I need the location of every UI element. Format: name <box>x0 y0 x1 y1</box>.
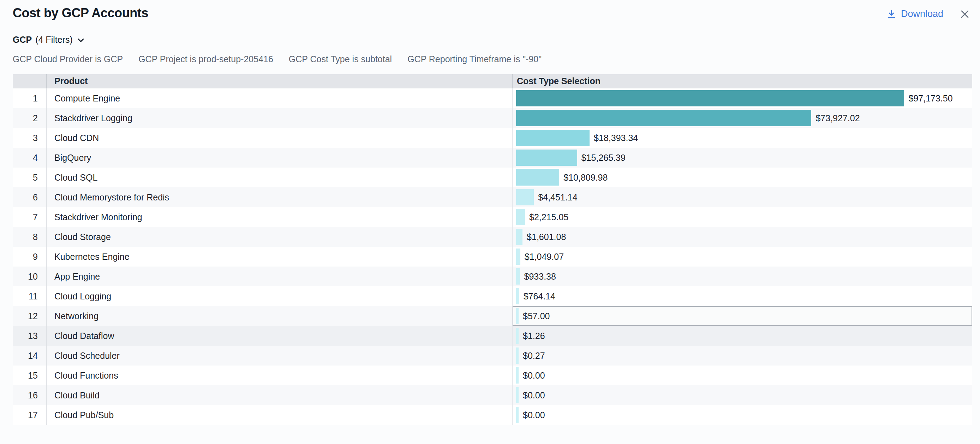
table-row[interactable]: 17Cloud Pub/Sub$0.00 <box>13 405 972 425</box>
row-index: 2 <box>13 108 46 128</box>
cost-value-label: $97,173.50 <box>908 93 953 104</box>
filters-summary-prefix: GCP <box>13 35 32 45</box>
cost-cell[interactable]: $933.38 <box>512 267 972 286</box>
product-cell[interactable]: Networking <box>46 306 512 326</box>
product-cell[interactable]: Stackdriver Monitoring <box>46 207 512 227</box>
table-row[interactable]: 8Cloud Storage$1,601.08 <box>13 227 972 247</box>
cost-value-label: $764.14 <box>523 291 555 302</box>
cost-cell[interactable]: $18,393.34 <box>512 128 972 148</box>
product-cell[interactable]: Cloud Build <box>46 385 512 405</box>
product-cell[interactable]: BigQuery <box>46 148 512 168</box>
table-row[interactable]: 16Cloud Build$0.00 <box>13 385 972 405</box>
column-header-cost[interactable]: Cost Type Selection <box>512 74 972 88</box>
row-index: 4 <box>13 148 46 168</box>
cost-cell[interactable]: $73,927.02 <box>512 108 972 128</box>
product-cell[interactable]: App Engine <box>46 267 512 286</box>
product-cell[interactable]: Kubernetes Engine <box>46 247 512 267</box>
product-cell[interactable]: Cloud Logging <box>46 286 512 306</box>
cost-cell[interactable]: $10,809.98 <box>512 168 972 187</box>
table-row[interactable]: 5Cloud SQL$10,809.98 <box>13 168 972 187</box>
column-header-product[interactable]: Product <box>46 74 512 88</box>
table-row[interactable]: 4BigQuery$15,265.39 <box>13 148 972 168</box>
product-cell[interactable]: Cloud Dataflow <box>46 326 512 346</box>
column-header-index <box>13 74 46 88</box>
cost-cell[interactable]: $1,601.08 <box>512 227 972 247</box>
cost-value-label: $18,393.34 <box>594 133 638 143</box>
filter-condition[interactable]: GCP Cost Type is subtotal <box>289 54 392 64</box>
product-cell[interactable]: Cloud Pub/Sub <box>46 405 512 425</box>
filter-condition[interactable]: GCP Cloud Provider is GCP <box>13 54 123 64</box>
download-button[interactable]: Download <box>886 8 943 19</box>
cost-by-gcp-panel: Cost by GCP Accounts Download <box>0 0 980 425</box>
cost-bar <box>516 348 519 364</box>
cost-cell[interactable]: $4,451.14 <box>512 187 972 207</box>
cost-cell[interactable]: $97,173.50 <box>512 88 972 108</box>
cost-value-label: $0.00 <box>523 371 545 381</box>
product-cell[interactable]: Compute Engine <box>46 88 512 108</box>
table-row[interactable]: 14Cloud Scheduler$0.27 <box>13 346 972 366</box>
product-cell[interactable]: Cloud Storage <box>46 227 512 247</box>
cost-cell[interactable]: $0.00 <box>512 366 972 385</box>
row-index: 6 <box>13 187 46 207</box>
table-row[interactable]: 6Cloud Memorystore for Redis$4,451.14 <box>13 187 972 207</box>
table-row[interactable]: 1Compute Engine$97,173.50 <box>13 88 972 108</box>
cost-bar <box>516 189 534 205</box>
cost-cell[interactable]: $0.00 <box>512 405 972 425</box>
cost-cell[interactable]: $1,049.07 <box>512 247 972 267</box>
table-row[interactable]: 13Cloud Dataflow$1.26 <box>13 326 972 346</box>
page-title: Cost by GCP Accounts <box>13 6 148 21</box>
cost-value-label: $1,601.08 <box>527 232 566 242</box>
product-cell[interactable]: Cloud Memorystore for Redis <box>46 187 512 207</box>
row-index: 1 <box>13 88 46 108</box>
cost-cell[interactable]: $15,265.39 <box>512 148 972 168</box>
row-index: 5 <box>13 168 46 187</box>
cost-cell[interactable]: $0.27 <box>512 346 972 366</box>
cost-value-label: $4,451.14 <box>538 192 577 203</box>
cost-bar <box>516 90 904 106</box>
cost-value-label: $1.26 <box>523 331 545 341</box>
cost-cell[interactable]: $764.14 <box>512 286 972 306</box>
download-icon <box>886 9 896 19</box>
cost-cell[interactable]: $0.00 <box>512 385 972 405</box>
product-cell[interactable]: Cloud Functions <box>46 366 512 385</box>
cost-value-label: $15,265.39 <box>581 153 625 163</box>
row-index: 15 <box>13 366 46 385</box>
table-row[interactable]: 12Networking$57.00 <box>13 306 972 326</box>
filter-condition[interactable]: GCP Reporting Timeframe is "-90" <box>407 54 541 64</box>
table-body: 1Compute Engine$97,173.502Stackdriver Lo… <box>13 88 972 425</box>
close-button[interactable] <box>959 9 970 19</box>
product-cell[interactable]: Cloud Scheduler <box>46 346 512 366</box>
cost-bar <box>516 308 519 324</box>
product-cell[interactable]: Cloud CDN <box>46 128 512 148</box>
cost-bar <box>516 110 811 126</box>
table-row[interactable]: 2Stackdriver Logging$73,927.02 <box>13 108 972 128</box>
table-row[interactable]: 3Cloud CDN$18,393.34 <box>13 128 972 148</box>
cost-cell[interactable]: $1.26 <box>512 326 972 346</box>
cost-value-label: $0.00 <box>523 410 545 420</box>
product-cell[interactable]: Stackdriver Logging <box>46 108 512 128</box>
table-row[interactable]: 10App Engine$933.38 <box>13 267 972 286</box>
cost-value-label: $10,809.98 <box>563 172 608 183</box>
cost-bar <box>516 130 590 146</box>
cost-table: Product Cost Type Selection 1Compute Eng… <box>13 74 972 425</box>
cost-cell[interactable]: $2,215.05 <box>512 207 972 227</box>
filters-summary-toggle[interactable]: GCP (4 Filters) <box>13 35 85 45</box>
table-row[interactable]: 7Stackdriver Monitoring$2,215.05 <box>13 207 972 227</box>
table-row[interactable]: 9Kubernetes Engine$1,049.07 <box>13 247 972 267</box>
cost-value-label: $57.00 <box>523 311 550 321</box>
table-row[interactable]: 15Cloud Functions$0.00 <box>13 366 972 385</box>
row-index: 7 <box>13 207 46 227</box>
cost-bar <box>516 407 519 423</box>
cost-bar <box>516 249 520 265</box>
row-index: 8 <box>13 227 46 247</box>
product-cell[interactable]: Cloud SQL <box>46 168 512 187</box>
cost-value-label: $0.27 <box>523 351 545 361</box>
cost-cell-selected[interactable]: $57.00 <box>512 306 972 326</box>
cost-value-label: $1,049.07 <box>525 252 564 262</box>
row-index: 13 <box>13 326 46 346</box>
cost-bar <box>516 229 522 245</box>
table-row[interactable]: 11Cloud Logging$764.14 <box>13 286 972 306</box>
table-header-row: Product Cost Type Selection <box>13 74 972 88</box>
filter-condition[interactable]: GCP Project is prod-setup-205416 <box>138 54 273 64</box>
row-index: 11 <box>13 286 46 306</box>
